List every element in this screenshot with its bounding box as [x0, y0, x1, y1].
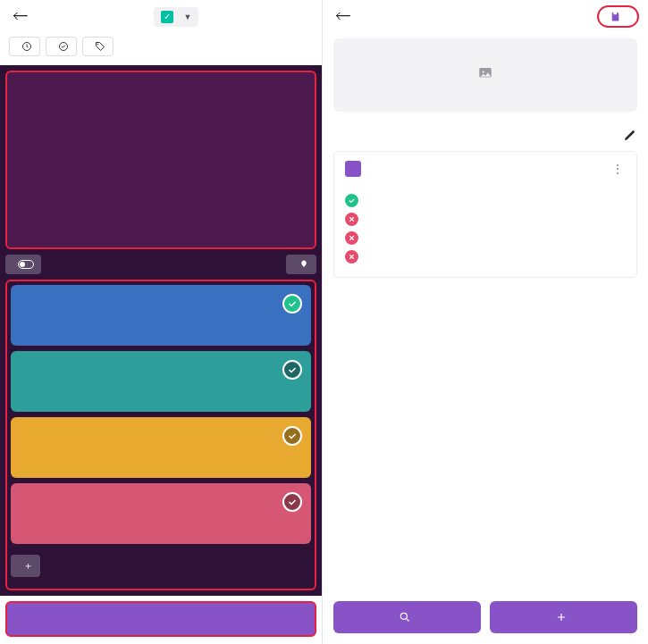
svg-point-2: [97, 44, 99, 46]
create-question-button[interactable]: [490, 601, 637, 633]
plus-icon: [555, 611, 568, 623]
search-icon: [399, 611, 411, 623]
editor-pane: 🡐 ✓ ▼: [0, 0, 323, 644]
svg-point-4: [483, 71, 484, 72]
question-number-badge: [345, 161, 361, 177]
save-icon: [610, 11, 621, 22]
answer-option-2[interactable]: [11, 351, 311, 412]
check-circle-icon: [58, 41, 69, 52]
image-icon: [476, 65, 494, 81]
answer-option-3[interactable]: [11, 417, 311, 478]
svg-point-5: [400, 613, 407, 619]
chevron-down-icon: ▼: [184, 13, 192, 21]
question-prompt-input[interactable]: [5, 71, 316, 249]
add-option-button[interactable]: ＋: [11, 555, 40, 577]
edit-icon[interactable]: [623, 128, 637, 142]
question-card-header: ⋮: [345, 161, 626, 177]
wrong-icon: [345, 213, 358, 226]
more-options-icon[interactable]: ⋮: [610, 162, 626, 176]
correct-mark-icon[interactable]: [282, 360, 302, 380]
preview-pane: 🡐 ⋮: [323, 0, 648, 644]
save-quiz-button[interactable]: [597, 5, 639, 28]
save-question-button[interactable]: [5, 601, 316, 637]
lightbulb-icon: [299, 259, 309, 270]
search-question-button[interactable]: [333, 601, 481, 633]
correct-mark-icon[interactable]: [282, 294, 302, 314]
editor-midbar: [5, 255, 316, 274]
question-card[interactable]: ⋮: [333, 151, 637, 278]
correct-icon: [345, 194, 358, 207]
checkbox-icon: ✓: [161, 11, 173, 23]
toggle-icon: [18, 260, 34, 269]
clock-icon: [21, 41, 32, 52]
points-pill[interactable]: [46, 37, 77, 56]
time-limit-pill[interactable]: [9, 37, 40, 56]
back-button[interactable]: 🡐: [332, 5, 355, 28]
preview-topbar: 🡐: [323, 0, 648, 33]
back-button[interactable]: 🡐: [9, 5, 32, 28]
option-row: [345, 210, 626, 229]
wrong-icon: [345, 231, 358, 245]
add-image-dropzone[interactable]: [333, 38, 637, 112]
question-type-selector[interactable]: ✓ ▼: [154, 7, 199, 27]
option-row: [345, 191, 626, 210]
plus-icon: ＋: [23, 559, 33, 573]
editor-canvas: ＋: [0, 65, 322, 596]
tag-icon: [95, 41, 105, 52]
answers-container: ＋: [5, 280, 316, 590]
answer-option-1[interactable]: [11, 285, 311, 346]
multiple-correct-toggle[interactable]: [5, 255, 41, 274]
editor-subbar: [0, 33, 322, 65]
answer-option-4[interactable]: [11, 483, 311, 544]
quiz-title-row: [333, 124, 637, 142]
preview-body: ⋮: [323, 33, 648, 592]
option-row: [345, 247, 626, 266]
add-explanation-button[interactable]: [286, 255, 316, 274]
wrong-icon: [345, 250, 358, 263]
correct-mark-icon[interactable]: [282, 426, 302, 446]
correct-mark-icon[interactable]: [282, 492, 302, 512]
editor-topbar: 🡐 ✓ ▼: [0, 0, 322, 33]
preview-bottom-bar: [323, 592, 648, 644]
tags-pill[interactable]: [82, 37, 114, 56]
option-row: [345, 229, 626, 247]
